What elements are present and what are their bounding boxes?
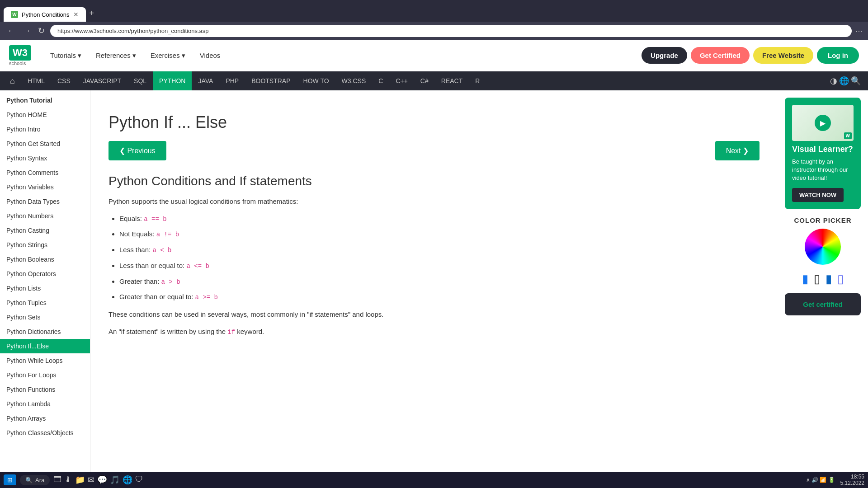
sidebar-title: Python Tutorial xyxy=(0,90,90,108)
lang-csharp[interactable]: C# xyxy=(414,71,435,90)
header-buttons: Upgrade Get Certified Free Website Log i… xyxy=(642,47,859,64)
play-button[interactable]: ▶ xyxy=(815,115,831,131)
sidebar-item-while-loops[interactable]: Python While Loops xyxy=(0,353,90,368)
lang-bootstrap[interactable]: BOOTSTRAP xyxy=(245,71,297,90)
taskbar-icon-1[interactable]: 🗔 xyxy=(53,475,61,485)
logo-wrap[interactable]: W3 schools xyxy=(9,45,33,66)
lang-php[interactable]: PHP xyxy=(219,71,245,90)
instagram-icon[interactable]: ▯ xyxy=(814,272,820,286)
sidebar-item-lists[interactable]: Python Lists xyxy=(0,281,90,296)
forward-button[interactable]: → xyxy=(21,24,33,38)
sidebar-item-for-loops[interactable]: Python For Loops xyxy=(0,368,90,382)
w3-logo: W3 xyxy=(9,45,31,61)
theme-icon[interactable]: ◑ xyxy=(830,76,837,86)
taskbar-icon-4[interactable]: ✉ xyxy=(88,475,94,485)
taskbar-icon-3[interactable]: 📁 xyxy=(75,475,85,485)
sidebar-item-home[interactable]: Python HOME xyxy=(0,108,90,122)
sidebar-item-dictionaries[interactable]: Python Dictionaries xyxy=(0,324,90,339)
lang-sql[interactable]: SQL xyxy=(127,71,153,90)
sidebar-item-casting[interactable]: Python Casting xyxy=(0,223,90,238)
sidebar-item-classes[interactable]: Python Classes/Objects xyxy=(0,426,90,440)
get-certified-button[interactable]: Get Certified xyxy=(691,47,750,64)
sidebar-item-booleans[interactable]: Python Booleans xyxy=(0,252,90,267)
sidebar-item-functions[interactable]: Python Functions xyxy=(0,382,90,397)
nav-exercises[interactable]: Exercises ▾ xyxy=(144,48,192,63)
new-tab-button[interactable]: + xyxy=(86,5,98,22)
lang-c[interactable]: C xyxy=(372,71,389,90)
linkedin-icon[interactable]: ▮ xyxy=(826,272,832,286)
taskbar-icon-2[interactable]: 🌡 xyxy=(64,475,72,485)
time-display: 18:55 xyxy=(840,474,864,480)
condition-label: Equals: xyxy=(119,215,142,222)
taskbar-icon-6[interactable]: 🎵 xyxy=(110,475,120,485)
nav-buttons: ❮ Previous Next ❯ xyxy=(108,141,760,160)
sidebar-item-lambda[interactable]: Python Lambda xyxy=(0,397,90,411)
browser-controls: ← → ↻ https://www.w3schools.com/python/p… xyxy=(0,22,868,40)
active-tab[interactable]: W Python Conditions ✕ xyxy=(4,7,86,22)
home-icon[interactable]: ⌂ xyxy=(4,76,21,86)
para2: An "if statement" is written by using th… xyxy=(108,326,760,338)
sidebar-item-numbers[interactable]: Python Numbers xyxy=(0,209,90,223)
nav-videos[interactable]: Videos xyxy=(193,48,227,63)
next-button[interactable]: Next ❯ xyxy=(715,141,760,160)
lang-java[interactable]: JAVA xyxy=(192,71,219,90)
taskbar-clock: 18:55 5.12.2022 xyxy=(840,474,864,486)
color-picker-title: COLOR PICKER xyxy=(785,216,861,224)
taskbar-icon-7[interactable]: 🌐 xyxy=(123,475,132,485)
lang-cpp[interactable]: C++ xyxy=(389,71,414,90)
ad-text: Be taught by an instructor through our v… xyxy=(792,158,854,183)
back-button[interactable]: ← xyxy=(5,24,17,38)
condition-label: Less than: xyxy=(119,246,151,253)
nav-tutorials[interactable]: Tutorials ▾ xyxy=(44,48,88,63)
free-website-button[interactable]: Free Website xyxy=(753,47,813,64)
upgrade-button[interactable]: Upgrade xyxy=(642,47,687,64)
color-wheel[interactable] xyxy=(805,229,841,265)
login-button[interactable]: Log in xyxy=(817,47,859,64)
sidebar-item-if-else[interactable]: Python If...Else xyxy=(0,339,90,353)
taskbar-icon-5[interactable]: 💬 xyxy=(97,475,107,485)
condition-code: a >= b xyxy=(195,294,218,301)
extensions-icon[interactable]: ⋯ xyxy=(855,27,863,35)
facebook-icon[interactable]: ▮ xyxy=(802,272,808,286)
sidebar-item-tuples[interactable]: Python Tuples xyxy=(0,296,90,310)
header-nav: Tutorials ▾ References ▾ Exercises ▾ Vid… xyxy=(44,48,642,63)
sidebar-item-sets[interactable]: Python Sets xyxy=(0,310,90,324)
lang-r[interactable]: R xyxy=(469,71,486,90)
main-content: Python If ... Else ❮ Previous Next ❯ Pyt… xyxy=(90,90,778,472)
sidebar-item-data-types[interactable]: Python Data Types xyxy=(0,194,90,209)
get-certified-link[interactable]: Get certified xyxy=(803,300,843,308)
nav-references[interactable]: References ▾ xyxy=(90,48,142,63)
condition-code: a > b xyxy=(161,278,180,286)
list-item: Greater than: a > b xyxy=(119,276,760,288)
conditions-list: Equals: a == b Not Equals: a != b Less t… xyxy=(119,213,760,304)
sidebar-item-comments[interactable]: Python Comments xyxy=(0,165,90,180)
start-button[interactable]: ⊞ xyxy=(4,474,16,485)
lang-python[interactable]: PYTHON xyxy=(153,71,192,90)
lang-react[interactable]: REACT xyxy=(435,71,469,90)
url-text: https://www.w3schools.com/python/python_… xyxy=(57,28,209,34)
lang-javascript[interactable]: JAVASCRIPT xyxy=(77,71,127,90)
sidebar-item-syntax[interactable]: Python Syntax xyxy=(0,151,90,165)
address-bar[interactable]: https://www.w3schools.com/python/python_… xyxy=(50,25,852,37)
taskbar-icon-8[interactable]: 🛡 xyxy=(135,475,143,485)
sidebar-item-variables[interactable]: Python Variables xyxy=(0,180,90,194)
prev-button[interactable]: ❮ Previous xyxy=(108,141,166,160)
reload-button[interactable]: ↻ xyxy=(36,24,47,38)
lang-html[interactable]: HTML xyxy=(21,71,51,90)
discord-icon[interactable]: ▯ xyxy=(837,272,844,286)
watch-now-button[interactable]: WATCH NOW xyxy=(792,188,844,202)
sidebar-item-operators[interactable]: Python Operators xyxy=(0,267,90,281)
lang-css[interactable]: CSS xyxy=(51,71,77,90)
sidebar-item-get-started[interactable]: Python Get Started xyxy=(0,136,90,151)
globe-icon[interactable]: 🌐 xyxy=(839,76,849,86)
taskbar-search[interactable]: 🔍 Ara xyxy=(20,475,50,485)
video-thumbnail[interactable]: ▶ W xyxy=(792,105,854,141)
search-icon[interactable]: 🔍 xyxy=(851,76,861,86)
tab-close-button[interactable]: ✕ xyxy=(73,11,79,18)
lang-w3css[interactable]: W3.CSS xyxy=(335,71,373,90)
site-header: W3 schools Tutorials ▾ References ▾ Exer… xyxy=(0,40,868,71)
sidebar-item-arrays[interactable]: Python Arrays xyxy=(0,411,90,426)
sidebar-item-strings[interactable]: Python Strings xyxy=(0,238,90,252)
sidebar-item-intro[interactable]: Python Intro xyxy=(0,122,90,136)
lang-howto[interactable]: HOW TO xyxy=(297,71,335,90)
